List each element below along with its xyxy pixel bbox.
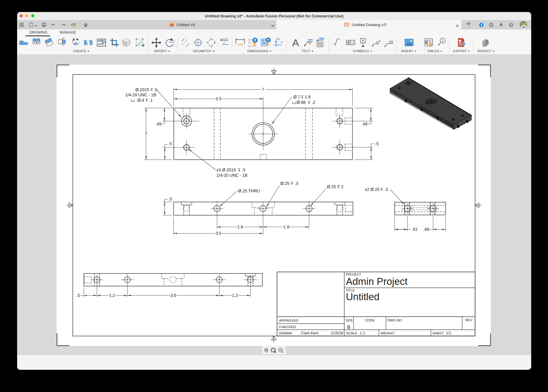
svg-text:3.5: 3.5 bbox=[215, 231, 221, 236]
svg-text:CHECKED: CHECKED bbox=[279, 325, 296, 329]
svg-text:Ø.25 THRU: Ø.25 THRU bbox=[238, 188, 260, 193]
svg-text:1: 1 bbox=[442, 39, 444, 42]
svg-text:1.2: 1.2 bbox=[232, 293, 238, 297]
svg-text:Ø.7: Ø.7 bbox=[294, 95, 300, 99]
svg-text:Ø.88: Ø.88 bbox=[297, 100, 306, 105]
svg-text:DRAWN: DRAWN bbox=[279, 331, 292, 335]
svg-text:.5: .5 bbox=[168, 141, 172, 146]
svg-text:3.6: 3.6 bbox=[170, 293, 176, 297]
svg-text:Ø.2015: Ø.2015 bbox=[135, 87, 149, 92]
svg-text:1.8: 1.8 bbox=[237, 224, 243, 229]
svg-text:1:1: 1:1 bbox=[360, 331, 365, 335]
svg-text:.1: .1 bbox=[351, 41, 354, 44]
svg-text:.3: .3 bbox=[295, 181, 298, 185]
svg-text:.5: .5 bbox=[168, 196, 172, 201]
svg-text:A: A bbox=[292, 37, 299, 48]
svg-text:SIZE: SIZE bbox=[346, 318, 353, 322]
svg-text:REV: REV bbox=[465, 318, 473, 321]
svg-text:.5: .5 bbox=[76, 293, 80, 297]
svg-text:SCALE: SCALE bbox=[346, 331, 357, 335]
svg-text:.2: .2 bbox=[312, 100, 315, 105]
svg-text:B: B bbox=[347, 324, 351, 330]
svg-text:2: 2 bbox=[341, 184, 344, 189]
svg-text:1.2: 1.2 bbox=[109, 293, 115, 297]
svg-text:.49: .49 bbox=[423, 227, 429, 231]
svg-text:.5: .5 bbox=[242, 167, 245, 172]
svg-text:SHEET: SHEET bbox=[432, 331, 444, 335]
svg-text:1.9: 1.9 bbox=[305, 95, 311, 99]
svg-text:1.8: 1.8 bbox=[283, 224, 289, 229]
svg-text:.51: .51 bbox=[412, 227, 418, 231]
svg-text:3.5: 3.5 bbox=[215, 96, 221, 101]
svg-text:Admin Project: Admin Project bbox=[346, 276, 408, 287]
svg-text:1/4-20 UNC - 1B: 1/4-20 UNC - 1B bbox=[216, 173, 247, 177]
svg-text:1/1: 1/1 bbox=[446, 331, 451, 335]
svg-text:.49: .49 bbox=[362, 122, 368, 126]
svg-text:1/4-20 UNC - 1B: 1/4-20 UNC - 1B bbox=[125, 92, 156, 97]
svg-text:2/15/26: 2/15/26 bbox=[331, 331, 343, 335]
svg-text:Clark Kent: Clark Kent bbox=[301, 331, 319, 335]
svg-text:DWG NO: DWG NO bbox=[387, 318, 402, 322]
svg-text:7: 7 bbox=[262, 87, 264, 92]
svg-text:WEIGHT: WEIGHT bbox=[381, 331, 394, 335]
svg-text:Y: Y bbox=[281, 41, 283, 44]
svg-text:.5: .5 bbox=[375, 141, 379, 146]
svg-text:Ø.25: Ø.25 bbox=[280, 181, 290, 185]
svg-text:CODE: CODE bbox=[365, 318, 375, 322]
svg-text:APPROVED: APPROVED bbox=[279, 319, 298, 322]
svg-text:A: A bbox=[362, 39, 364, 43]
svg-text:x3 Ø.2015: x3 Ø.2015 bbox=[216, 167, 236, 172]
svg-text:2: 2 bbox=[145, 131, 147, 135]
svg-text:?: ? bbox=[510, 23, 512, 26]
svg-text:X: X bbox=[277, 37, 280, 41]
svg-text:.1: .1 bbox=[149, 98, 153, 102]
svg-text:Untitled: Untitled bbox=[346, 291, 380, 302]
svg-text:Ø.25: Ø.25 bbox=[327, 184, 336, 189]
svg-text:Ø.4: Ø.4 bbox=[137, 98, 144, 102]
svg-text:.3: .3 bbox=[384, 187, 388, 191]
svg-text:x2 Ø.25: x2 Ø.25 bbox=[365, 187, 380, 191]
svg-text:.49: .49 bbox=[155, 121, 161, 126]
